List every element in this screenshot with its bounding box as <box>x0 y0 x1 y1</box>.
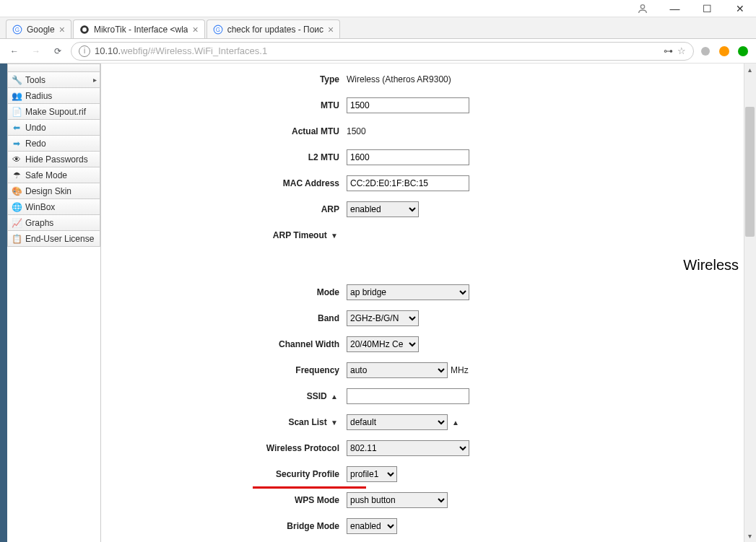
text-input[interactable] <box>347 97 469 113</box>
tab-label: check for updates - Поис <box>227 25 323 35</box>
sidebar-item-label: End-User License <box>25 234 94 244</box>
form-row: TypeWireless (Atheros AR9300) <box>101 66 742 92</box>
expand-down-icon[interactable]: ▼ <box>329 232 339 240</box>
content-scrollbar[interactable]: ▴ ▾ <box>744 64 756 542</box>
text-input[interactable] <box>347 388 469 404</box>
graph-icon: 📈 <box>11 217 22 229</box>
select-dropdown[interactable]: ap bridge <box>347 284 469 300</box>
field-label: ARP Timeout ▼ <box>101 230 347 240</box>
window-close-button[interactable]: ✕ <box>724 0 756 17</box>
svg-point-7 <box>701 47 710 56</box>
select-dropdown[interactable]: profile1 <box>347 466 397 482</box>
text-input[interactable] <box>347 149 469 165</box>
field-value <box>347 97 469 113</box>
sidebar-item-design-skin[interactable]: 🎨 Design Skin <box>7 183 100 199</box>
scroll-thumb[interactable] <box>745 107 755 237</box>
form-row: Wireless Protocol802.11 <box>101 435 742 461</box>
field-label: MTU <box>101 100 347 110</box>
sidebar-item-supout[interactable]: 📄 Make Supout.rif <box>7 104 100 120</box>
nav-reload-button[interactable]: ⟳ <box>49 43 66 60</box>
window-minimize-button[interactable]: — <box>659 0 691 17</box>
tab-close-icon[interactable]: × <box>192 24 198 35</box>
select-dropdown[interactable]: enabled <box>347 201 419 217</box>
extension-icon[interactable] <box>698 45 713 57</box>
omnibox[interactable]: i 10.10.webfig/#Wireless.WiFi_Interfaces… <box>71 42 694 61</box>
form-row: Bridge Modeenabled <box>101 513 742 539</box>
site-info-icon[interactable]: i <box>79 45 90 57</box>
sidebar-item-tools[interactable]: 🔧 Tools ▸ <box>7 72 100 88</box>
sidebar-item-label: WinBox <box>25 202 55 212</box>
field-label: MAC Address <box>101 178 347 188</box>
select-dropdown[interactable]: default <box>347 414 448 430</box>
sidebar-item-undo[interactable]: ⬅ Undo <box>7 120 100 136</box>
undo-icon: ⬅ <box>11 122 22 134</box>
field-label: ARP <box>101 204 347 214</box>
winbox-icon: 🌐 <box>11 201 22 213</box>
nav-back-button[interactable]: ← <box>6 43 23 60</box>
browser-tab[interactable]: G Google × <box>6 19 71 38</box>
window-maximize-button[interactable]: ☐ <box>691 0 724 17</box>
field-value: 2GHz-B/G/N <box>347 310 419 326</box>
field-label: Wireless Protocol <box>101 443 347 453</box>
field-value: push button <box>347 492 448 508</box>
sidebar-item-license[interactable]: 📋 End-User License <box>7 231 100 247</box>
key-icon[interactable]: ⊶ <box>664 45 673 56</box>
select-dropdown[interactable]: push button <box>347 492 448 508</box>
google-favicon: G <box>12 25 22 35</box>
svg-text:G: G <box>215 26 220 32</box>
expand-icon: ▸ <box>93 76 97 84</box>
field-value: default▲ <box>347 414 461 430</box>
sidebar-item-label: Make Supout.rif <box>25 107 86 117</box>
sidebar-item-winbox[interactable]: 🌐 WinBox <box>7 199 100 215</box>
svg-point-4 <box>82 27 87 32</box>
sidebar-item-safe-mode[interactable]: ☂ Safe Mode <box>7 167 100 183</box>
radius-icon: 👥 <box>11 90 22 102</box>
extension-orange-icon[interactable] <box>717 46 731 56</box>
form-row: WPS Modepush button <box>101 487 742 513</box>
star-icon[interactable]: ☆ <box>677 45 686 56</box>
umbrella-icon: ☂ <box>11 170 22 181</box>
field-value <box>347 388 469 404</box>
form-row: ARPenabled <box>101 196 742 222</box>
user-account-icon[interactable] <box>626 3 659 14</box>
scroll-up-icon[interactable]: ▴ <box>744 64 756 76</box>
field-value: 1500 <box>347 126 366 136</box>
mikrotik-favicon <box>79 25 90 35</box>
select-dropdown[interactable]: 2GHz-B/G/N <box>347 310 419 326</box>
webfig-sidebar: 🔧 Tools ▸ 👥 Radius 📄 Make Supout.rif ⬅ U… <box>7 64 101 542</box>
select-dropdown[interactable]: 20/40MHz Ce <box>347 336 419 352</box>
select-dropdown[interactable]: 802.11 <box>347 440 469 456</box>
url-text: 10.10.webfig/#Wireless.WiFi_Interfaces.1 <box>95 45 659 56</box>
select-dropdown[interactable]: auto <box>347 362 448 378</box>
sidebar-item-truncated[interactable] <box>7 64 100 72</box>
browser-tab[interactable]: MikroTik - Interface <wla × <box>73 19 205 38</box>
extension-green-icon[interactable] <box>736 46 750 56</box>
tab-close-icon[interactable]: × <box>59 24 65 35</box>
scroll-down-icon[interactable]: ▾ <box>744 530 756 542</box>
browser-tabstrip: G Google × MikroTik - Interface <wla × G… <box>0 17 756 39</box>
field-value: profile1 <box>347 466 397 482</box>
field-value: enabled <box>347 201 419 217</box>
browser-tab[interactable]: G check for updates - Поис × <box>207 19 341 38</box>
sidebar-item-redo[interactable]: ➡ Redo <box>7 136 100 152</box>
field-label: Channel Width <box>101 339 347 349</box>
field-label: Type <box>101 74 347 84</box>
sidebar-item-radius[interactable]: 👥 Radius <box>7 88 100 104</box>
wrench-icon: 🔧 <box>11 74 22 86</box>
field-value: ap bridge <box>347 284 469 300</box>
field-label: Scan List ▼ <box>101 417 347 427</box>
collapse-up-icon[interactable]: ▲ <box>451 419 461 427</box>
select-dropdown[interactable]: enabled <box>347 518 397 534</box>
field-label: Band <box>101 313 347 323</box>
collapse-up-icon[interactable]: ▲ <box>329 393 339 401</box>
sidebar-item-graphs[interactable]: 📈 Graphs <box>7 215 100 231</box>
svg-point-0 <box>640 4 644 8</box>
text-input[interactable] <box>347 175 469 191</box>
nav-forward-button[interactable]: → <box>27 43 45 60</box>
tab-close-icon[interactable]: × <box>328 24 334 35</box>
sidebar-item-hide-passwords[interactable]: 👁 Hide Passwords <box>7 152 100 167</box>
field-value: 802.11 <box>347 440 469 456</box>
form-row: VLAN Modeno tag <box>101 539 742 542</box>
expand-down-icon[interactable]: ▼ <box>329 419 339 427</box>
field-label: Frequency <box>101 365 347 375</box>
